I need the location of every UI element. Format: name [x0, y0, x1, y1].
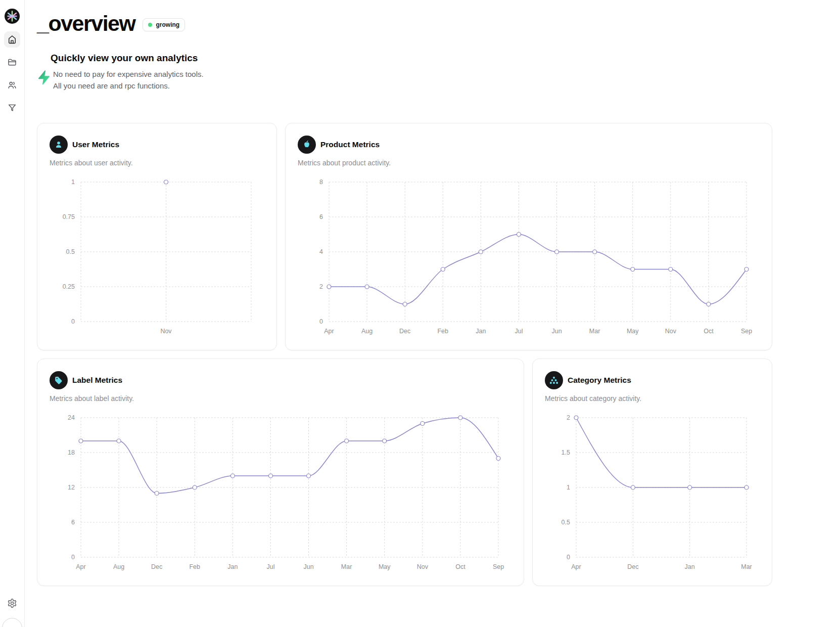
svg-text:8: 8	[319, 178, 323, 186]
sidebar-item-users[interactable]	[4, 77, 20, 93]
svg-text:24: 24	[68, 414, 75, 421]
sidebar	[0, 0, 25, 627]
intro-description-line1: No need to pay for expensive analytics t…	[53, 69, 204, 80]
svg-text:Jun: Jun	[303, 563, 313, 570]
user-metrics-chart: 00.250.50.751Nov	[50, 178, 264, 340]
card-title: User Metrics	[72, 140, 119, 149]
svg-text:18: 18	[68, 449, 75, 456]
svg-text:1: 1	[567, 484, 570, 491]
svg-text:Oct: Oct	[455, 563, 465, 570]
category-metrics-chart: 00.511.52AprDecJanMar	[545, 414, 760, 575]
cards-row-1: User Metrics Metrics about user activity…	[37, 123, 772, 350]
svg-text:0: 0	[319, 318, 323, 325]
svg-text:1: 1	[71, 178, 75, 186]
sidebar-item-filters[interactable]	[4, 100, 20, 116]
svg-text:1.5: 1.5	[562, 449, 570, 456]
category-nodes-icon	[549, 375, 559, 385]
svg-text:Jun: Jun	[551, 328, 562, 335]
svg-text:Sep: Sep	[741, 328, 752, 335]
tag-icon	[54, 375, 64, 385]
user-metrics-icon	[50, 136, 68, 154]
card-title: Product Metrics	[320, 140, 380, 149]
svg-text:Jan: Jan	[685, 563, 695, 570]
line-chart-product-metrics: 02468AprAugDecFebJanJulJunMarMayNovOctSe…	[298, 178, 760, 340]
product-metrics-chart: 02468AprAugDecFebJanJulJunMarMayNovOctSe…	[298, 178, 760, 340]
svg-text:Nov: Nov	[160, 328, 172, 335]
svg-text:Mar: Mar	[341, 563, 352, 570]
sidebar-item-home[interactable]	[4, 31, 20, 48]
svg-text:Jan: Jan	[476, 328, 486, 335]
folder-icon	[7, 57, 17, 67]
svg-text:Mar: Mar	[741, 563, 752, 570]
intro-section: Quickly view your own analytics No need …	[37, 53, 840, 92]
users-icon	[7, 80, 17, 90]
card-subtitle: Metrics about category activity.	[545, 394, 760, 402]
svg-text:Jul: Jul	[266, 563, 274, 570]
sidebar-footer	[2, 595, 22, 620]
svg-text:Apr: Apr	[76, 563, 85, 570]
svg-text:Feb: Feb	[189, 563, 200, 570]
svg-text:Apr: Apr	[324, 328, 334, 335]
card-header: Label Metrics	[50, 371, 511, 389]
svg-text:Jan: Jan	[227, 563, 238, 570]
line-chart-user-metrics: 00.250.50.751Nov	[50, 178, 264, 340]
intro-description-line2: All you need are and rpc functions.	[53, 80, 204, 92]
svg-text:Dec: Dec	[627, 563, 638, 570]
card-header: User Metrics	[50, 136, 264, 154]
svg-text:6: 6	[319, 213, 323, 220]
card-label-metrics: Label Metrics Metrics about label activi…	[37, 359, 524, 586]
svg-text:0: 0	[71, 318, 75, 325]
card-title: Label Metrics	[72, 376, 122, 385]
app-logo[interactable]	[5, 9, 20, 24]
card-header: Category Metrics	[545, 371, 760, 389]
intro-description-row: No need to pay for expensive analytics t…	[37, 69, 840, 92]
sidebar-item-projects[interactable]	[4, 54, 20, 70]
intro-description: No need to pay for expensive analytics t…	[53, 69, 204, 92]
svg-text:Oct: Oct	[704, 328, 714, 335]
user-icon	[54, 140, 64, 150]
svg-text:0: 0	[71, 554, 75, 561]
line-chart-label-metrics: 06121824AprAugDecFebJanJulJunMarMayNovOc…	[50, 414, 511, 575]
svg-text:Mar: Mar	[589, 328, 600, 335]
card-category-metrics: Category Metrics Metrics about category …	[532, 359, 772, 586]
svg-text:May: May	[627, 328, 639, 335]
status-badge-label: growing	[156, 21, 179, 28]
page-title: _overview	[37, 11, 135, 36]
card-title: Category Metrics	[568, 376, 631, 385]
svg-text:6: 6	[71, 519, 75, 526]
svg-text:May: May	[379, 563, 391, 570]
metrics-cards: User Metrics Metrics about user activity…	[37, 123, 772, 586]
svg-text:Jul: Jul	[515, 328, 523, 335]
main-content: _overview growing Quickly view your own …	[25, 0, 840, 586]
svg-text:2: 2	[319, 283, 323, 290]
card-user-metrics: User Metrics Metrics about user activity…	[37, 123, 277, 350]
product-metrics-icon	[298, 136, 316, 154]
svg-text:0.5: 0.5	[66, 248, 75, 255]
settings-button[interactable]	[4, 595, 20, 611]
svg-text:2: 2	[567, 414, 570, 421]
svg-text:Dec: Dec	[151, 563, 162, 570]
settings-icon	[7, 598, 17, 608]
starburst-logo-icon	[5, 9, 20, 24]
svg-text:12: 12	[68, 484, 75, 491]
apple-icon	[302, 140, 312, 150]
cards-row-2: Label Metrics Metrics about label activi…	[37, 359, 772, 586]
svg-text:0: 0	[567, 554, 570, 561]
card-subtitle: Metrics about label activity.	[50, 394, 511, 402]
label-metrics-chart: 06121824AprAugDecFebJanJulJunMarMayNovOc…	[50, 414, 511, 575]
card-product-metrics: Product Metrics Metrics about product ac…	[285, 123, 772, 350]
svg-text:Nov: Nov	[665, 328, 677, 335]
svg-text:Apr: Apr	[571, 563, 581, 570]
svg-text:Nov: Nov	[417, 563, 429, 570]
card-header: Product Metrics	[298, 136, 760, 154]
intro-heading: Quickly view your own analytics	[51, 53, 840, 64]
sidebar-nav	[4, 31, 20, 116]
svg-text:0.25: 0.25	[63, 283, 75, 290]
svg-text:Aug: Aug	[113, 563, 124, 570]
svg-text:Sep: Sep	[493, 563, 504, 570]
svg-text:4: 4	[319, 248, 323, 255]
bolt-icon	[37, 70, 51, 85]
avatar[interactable]	[2, 618, 22, 627]
svg-text:0.75: 0.75	[63, 213, 75, 220]
label-metrics-icon	[50, 371, 68, 389]
